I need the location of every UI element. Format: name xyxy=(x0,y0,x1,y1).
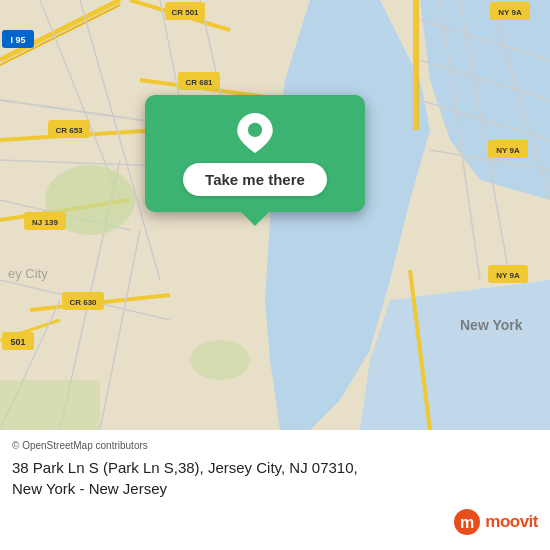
svg-text:NY 9A: NY 9A xyxy=(498,8,522,17)
svg-text:New York: New York xyxy=(460,317,523,333)
moovit-logo: m moovit xyxy=(453,508,538,536)
moovit-icon: m xyxy=(453,508,481,536)
svg-text:501: 501 xyxy=(10,337,25,347)
location-address: 38 Park Ln S (Park Ln S,38), Jersey City… xyxy=(12,457,538,499)
moovit-text: moovit xyxy=(485,512,538,532)
svg-text:NY 9A: NY 9A xyxy=(496,271,520,280)
svg-rect-35 xyxy=(0,380,100,430)
svg-text:CR 630: CR 630 xyxy=(69,298,97,307)
bottom-info-bar: © OpenStreetMap contributors 38 Park Ln … xyxy=(0,430,550,550)
svg-text:NY 9A: NY 9A xyxy=(496,146,520,155)
svg-text:I 95: I 95 xyxy=(10,35,25,45)
svg-text:NJ 139: NJ 139 xyxy=(32,218,58,227)
osm-attribution-text: © OpenStreetMap contributors xyxy=(12,440,148,451)
map-view[interactable]: I 95 CR 501 NY 9A NY 9A NY 9A CR 681 CR … xyxy=(0,0,550,430)
svg-text:CR 681: CR 681 xyxy=(185,78,213,87)
svg-text:m: m xyxy=(460,514,474,531)
osm-attribution: © OpenStreetMap contributors xyxy=(12,440,538,451)
svg-point-34 xyxy=(190,340,250,380)
svg-text:ey City: ey City xyxy=(8,266,48,281)
location-pin-icon xyxy=(235,113,275,153)
location-line1: 38 Park Ln S (Park Ln S,38), Jersey City… xyxy=(12,459,358,476)
location-line2: New York - New Jersey xyxy=(12,480,167,497)
svg-text:CR 501: CR 501 xyxy=(171,8,199,17)
svg-point-58 xyxy=(248,123,262,137)
take-me-there-button[interactable]: Take me there xyxy=(183,163,327,196)
location-popup: Take me there xyxy=(145,95,365,212)
svg-text:CR 653: CR 653 xyxy=(55,126,83,135)
